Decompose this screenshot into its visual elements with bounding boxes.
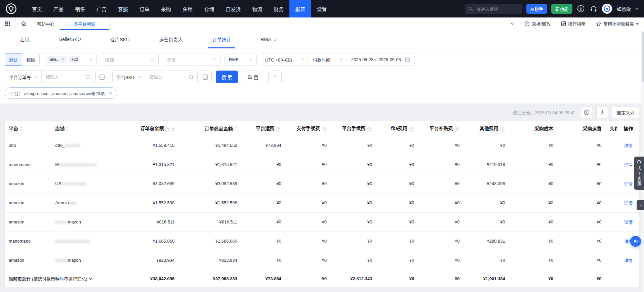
download-client-icon[interactable] <box>576 4 585 13</box>
first-leg-cell-clipped <box>606 232 617 251</box>
search-button[interactable]: 搜 索 <box>216 71 238 83</box>
remove-tag-icon[interactable]: ✕ <box>62 57 65 62</box>
time-type-select[interactable]: 付款时间 <box>309 53 347 66</box>
col-fba-fee: fba费用? <box>376 121 418 136</box>
detail-link[interactable]: 详情 <box>624 220 633 225</box>
detail-link[interactable]: 详情 <box>624 162 633 167</box>
nav-menu-item[interactable]: 广告 <box>91 0 112 17</box>
sku-input[interactable] <box>145 75 189 80</box>
nav-menu-item[interactable]: 物流 <box>246 0 268 17</box>
timezone-select[interactable]: UTC +8(中国) <box>261 53 309 66</box>
customize-columns-button[interactable]: 自定义列 <box>612 106 639 118</box>
tabs-collapse-chevron-icon[interactable] <box>505 17 519 30</box>
play-circle-icon <box>524 21 530 27</box>
order-no-batch-input-button[interactable] <box>95 71 108 83</box>
detail-link[interactable]: 详情 <box>624 201 633 206</box>
tab-rma[interactable]: RMA <box>246 30 292 48</box>
search-icon <box>85 75 94 80</box>
new-features-button[interactable]: 新功能 <box>551 4 572 14</box>
nav-menu-item[interactable]: 采购 <box>155 0 177 17</box>
global-search[interactable] <box>465 4 522 14</box>
detail-link[interactable]: 详情 <box>624 143 633 148</box>
favorites-link[interactable]: 常用功能收藏夹 <box>591 17 644 30</box>
tab-operation-manager[interactable]: 运营负责人 <box>144 30 197 48</box>
store-select[interactable]: 店铺 <box>101 53 159 66</box>
nav-menu-item[interactable]: 头程 <box>177 0 198 17</box>
nav-menu-item[interactable]: 财务 <box>268 0 289 17</box>
user-name[interactable]: 如意版 <box>617 5 631 12</box>
nav-menu-item[interactable]: 订单 <box>134 0 155 17</box>
currency-select[interactable]: RMB <box>225 53 257 66</box>
sort-icon[interactable] <box>172 127 174 132</box>
help-icon[interactable]: ? <box>500 127 505 132</box>
table-row: amazon xxxxxmazon ¥816.511 ¥816.511 ¥0 ¥… <box>5 212 639 232</box>
sku-field-select[interactable]: 平台SKU <box>113 71 145 83</box>
tab-store[interactable]: 店铺 <box>5 30 44 48</box>
tab-warehouse-sku[interactable]: 仓库SKU <box>96 30 145 48</box>
user-menu-chevron-icon[interactable] <box>635 7 639 10</box>
help-icon[interactable]: ? <box>276 127 281 132</box>
col-action: 操作 <box>617 121 639 136</box>
remove-filter-icon[interactable]: ✕ <box>109 91 113 96</box>
pin-icon[interactable] <box>273 37 278 41</box>
mode-default-button[interactable]: 默认 <box>5 53 22 66</box>
platform-multiselect[interactable]: alie... ✕ +22 <box>44 53 97 66</box>
nav-menu-item[interactable]: 报表 <box>289 0 311 17</box>
customer-service-panel[interactable]: 人工客服 <box>634 157 644 190</box>
sort-icon[interactable] <box>235 127 237 131</box>
navbar-right: AI助手 新功能 如意版 <box>465 4 644 14</box>
collapse-panel-button[interactable]: » <box>637 200 644 210</box>
tab-sellersku[interactable]: SellerSKU <box>44 30 96 48</box>
nav-menu-item[interactable]: 自发货 <box>220 0 246 17</box>
global-search-input[interactable] <box>476 6 519 12</box>
tab-help-center[interactable]: 帮助中心 <box>32 17 60 30</box>
nav-menu-item[interactable]: 产品 <box>48 0 69 17</box>
first-leg-cell-clipped <box>606 174 617 193</box>
reset-button[interactable]: 重 置 <box>242 71 264 83</box>
sort-icon[interactable] <box>20 127 23 131</box>
operation-guide-link[interactable]: 操作指南 <box>556 17 591 30</box>
add-condition-button[interactable]: + <box>268 71 282 83</box>
user-avatar[interactable] <box>602 4 612 14</box>
info-button[interactable] <box>581 106 593 118</box>
match-mode-switch: 默认 精确 <box>5 53 40 66</box>
order-no-input[interactable] <box>42 75 85 80</box>
detail-link[interactable]: 详情 <box>624 258 633 263</box>
scrollbar-thumb[interactable] <box>642 32 644 82</box>
summary-expand-chevron-icon[interactable] <box>89 277 93 280</box>
nav-menu-item[interactable]: 首页 <box>26 0 48 17</box>
nav-menu-item[interactable]: 设置 <box>311 0 332 17</box>
apps-grid-icon[interactable] <box>0 17 16 30</box>
purchase-cost-cell: ¥0 <box>509 232 557 251</box>
store-cell: xxxxxmazon <box>51 251 124 270</box>
ai-assistant-fab[interactable]: AI <box>630 236 641 247</box>
tab-multi-platform-profit[interactable]: 多平台利润 <box>60 17 110 30</box>
platform-fee-cell: ¥0 <box>331 232 376 251</box>
nav-menu-item[interactable]: 仓储 <box>198 0 220 17</box>
nav-menu-item[interactable]: 客服 <box>112 0 134 17</box>
app-logo[interactable] <box>5 3 17 14</box>
help-icon[interactable]: ? <box>367 127 372 132</box>
date-range-picker[interactable]: 2025-08-28 ~ 2025-09-03 <box>347 53 414 66</box>
order-goods-cell: ¥823.934 <box>178 251 241 270</box>
headset-support-icon[interactable] <box>589 4 598 13</box>
help-icon[interactable]: ? <box>454 127 459 132</box>
sku-batch-input-button[interactable] <box>199 71 212 83</box>
warehouse-select[interactable]: 仓库 <box>163 53 220 66</box>
help-icon[interactable]: ? <box>409 127 414 132</box>
export-download-button[interactable] <box>596 106 608 118</box>
first-leg-cell-clipped <box>606 136 617 155</box>
ai-assistant-button[interactable]: AI助手 <box>526 4 547 14</box>
sort-icon[interactable] <box>66 127 69 131</box>
order-no-field-select[interactable]: 平台订单号 <box>5 71 42 83</box>
col-order-total: 订单总金额? <box>124 121 178 136</box>
help-icon[interactable]: ? <box>322 127 327 132</box>
mode-exact-button[interactable]: 精确 <box>22 53 40 66</box>
home-icon[interactable] <box>16 17 32 30</box>
guide-doc-icon <box>561 21 566 26</box>
live-replay-link[interactable]: 直播/回放 <box>519 17 556 30</box>
tab-order-statistics[interactable]: 订单统计 <box>197 30 246 48</box>
detail-link[interactable]: 详情 <box>624 181 633 186</box>
nav-menu-item[interactable]: 销售 <box>69 0 91 17</box>
help-icon[interactable]: ? <box>165 127 170 132</box>
